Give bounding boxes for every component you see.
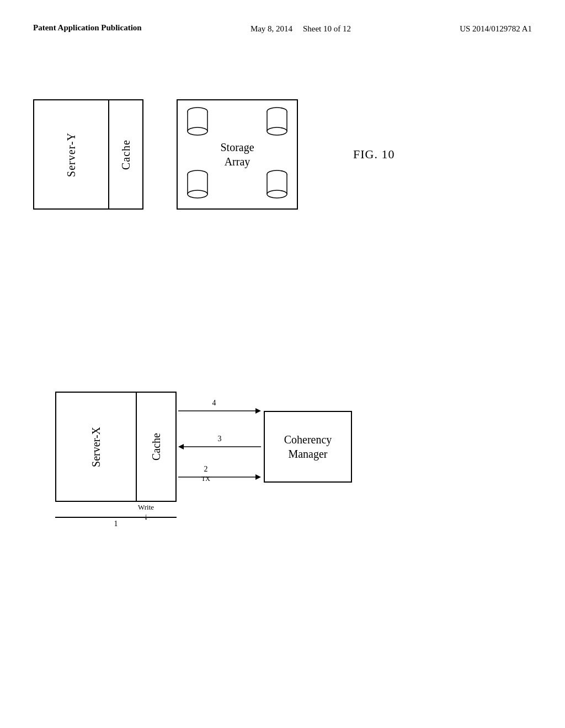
arrows-svg: 4 3 2 TX: [175, 392, 264, 502]
page-header: Patent Application Publication May 8, 20…: [0, 0, 565, 46]
coherency-manager-label: CoherencyManager: [284, 432, 332, 461]
publication-date: May 8, 2014: [250, 24, 292, 33]
server-x-label: Server-X: [90, 427, 103, 467]
cache-x-section: Cache: [137, 393, 175, 501]
storage-array-label: StorageArray: [220, 140, 254, 169]
server-x-section: Server-X: [56, 393, 137, 501]
sheet-info: Sheet 10 of 12: [303, 24, 351, 33]
coherency-manager-box: CoherencyManager: [264, 411, 352, 483]
bracket-line: [55, 517, 177, 518]
cache-x-label: Cache: [150, 433, 163, 461]
svg-marker-21: [255, 408, 261, 414]
publication-title: Patent Application Publication: [33, 22, 142, 34]
cylinder-top-left: [185, 107, 210, 139]
server-y-section: Server-Y: [34, 100, 109, 208]
svg-text:4: 4: [212, 399, 216, 407]
cylinder-top-right: [265, 107, 289, 139]
server-y-label: Server-Y: [65, 132, 78, 177]
svg-point-19: [267, 190, 287, 198]
storage-array-box: StorageArray: [177, 99, 298, 210]
cylinder-bottom-left: [185, 170, 210, 202]
header-center-info: May 8, 2014 Sheet 10 of 12: [250, 22, 351, 35]
fig11-diagram: Server-X Cache Write ↓ 1 4 3: [0, 375, 565, 540]
patent-number: US 2014/0129782 A1: [460, 22, 532, 35]
server-x-cache-box: Server-X Cache: [55, 392, 177, 502]
arrow1-label: 1: [114, 520, 118, 528]
svg-text:3: 3: [218, 435, 222, 443]
fig10-label: FIG. 10: [353, 147, 395, 162]
bracket-1-container: 1: [55, 514, 177, 528]
svg-point-4: [188, 127, 207, 135]
svg-text:2: 2: [204, 465, 208, 473]
svg-text:TX: TX: [201, 475, 210, 483]
fig10-label-container: FIG. 10: [353, 147, 395, 162]
cache-label-fig10: Cache: [120, 140, 132, 170]
svg-point-14: [188, 190, 207, 198]
server-y-cache-box: Server-Y Cache: [33, 99, 143, 210]
fig10-diagram: Server-Y Cache: [33, 99, 565, 210]
svg-marker-27: [255, 474, 261, 480]
write-label: Write: [138, 503, 154, 512]
patent-number-text: US 2014/0129782 A1: [460, 24, 532, 33]
svg-marker-24: [178, 444, 184, 449]
cache-section: Cache: [109, 100, 142, 208]
svg-point-9: [267, 127, 287, 135]
publication-title-text: Patent Application Publication: [33, 23, 142, 32]
cylinder-bottom-right: [265, 170, 289, 202]
